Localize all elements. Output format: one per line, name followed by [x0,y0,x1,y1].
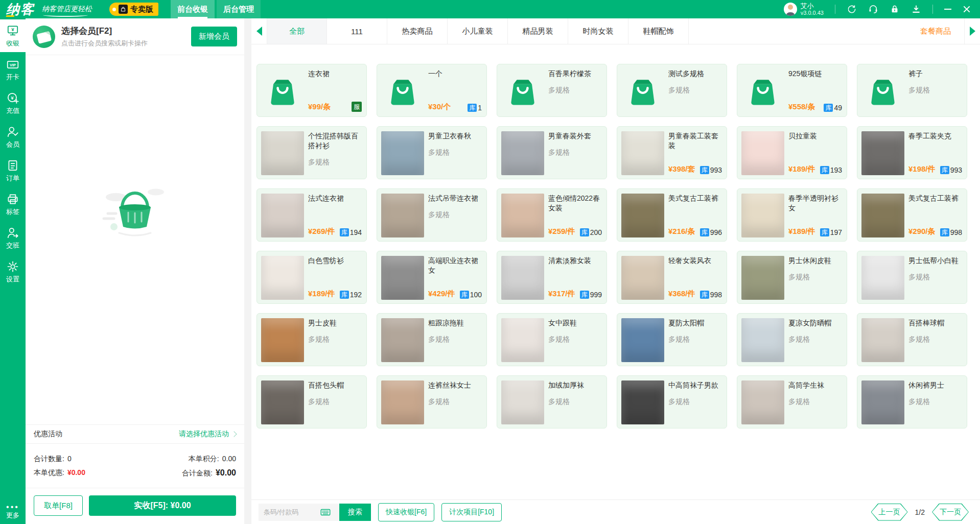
footer-bar: 搜索 快速收银[F6] 计次项目[F10] 上一页 1/2 下一页 [251,499,980,524]
scroll-categories-left-button[interactable] [251,18,267,44]
product-card[interactable]: 美式复古工装裤¥290/条库998 [857,188,967,242]
count-item-button[interactable]: 计次项目[F10] [441,503,502,521]
product-card[interactable]: 男童卫衣春秋多规格 [377,126,487,179]
page-indicator: 1/2 [915,508,925,516]
update-icon[interactable] [847,4,857,14]
product-name: 白色雪纺衫 [308,256,362,266]
category-tab-5[interactable]: 时尚女装 [568,18,628,44]
product-card[interactable]: 清素淡雅女装¥317/件库999 [497,251,607,304]
sidebar-item-member[interactable]: 会员 [0,121,26,153]
combo-products-link[interactable]: 套餐商品 [907,18,965,44]
keyboard-icon[interactable] [320,507,331,518]
category-tab-4[interactable]: 精品男装 [508,18,568,44]
sidebar-item-label[interactable]: 标签 [0,188,26,221]
product-card[interactable]: 夏防太阳帽多规格 [617,313,727,366]
barcode-input[interactable] [264,508,320,516]
category-tab-2[interactable]: 热卖商品 [387,18,448,44]
scroll-categories-right-button[interactable] [965,18,980,44]
product-card[interactable]: 百香果柠檬茶多规格 [497,64,607,117]
product-card[interactable]: 个性混搭韩版百搭衬衫多规格 [256,126,367,179]
download-icon[interactable] [911,4,921,14]
product-bag-icon [505,74,540,108]
product-name: 男士皮鞋 [308,318,362,328]
product-card[interactable]: 春季半透明衬衫女¥189/件库197 [737,188,847,242]
sidebar-item-cashier[interactable]: ¥收银 [0,19,26,52]
panel-scrollbar[interactable] [244,18,251,524]
cart-empty-area [26,55,244,424]
stock-tag-icon: 库 [340,228,349,236]
product-card[interactable]: 裤子多规格 [857,64,967,117]
product-price: ¥269/件 [308,227,335,236]
product-card[interactable]: 夏凉女防晒帽多规格 [737,313,847,366]
product-card[interactable]: 法式吊带连衣裙多规格 [377,188,487,242]
app-version: v3.0.0.43 [801,10,824,16]
product-card[interactable]: 连裤丝袜女士多规格 [377,375,487,428]
stock-tag-icon: 库 [820,228,829,236]
product-card[interactable]: 休闲裤男士多规格 [857,375,967,428]
product-card[interactable]: 女中跟鞋多规格 [497,313,607,366]
stock-tag-icon: 库 [940,166,949,174]
sidebar-item-label: 会员 [6,140,19,149]
sidebar-item-settings[interactable]: 设置 [0,255,26,288]
next-page-button[interactable]: 下一页 [932,504,969,521]
tab-front-cashier[interactable]: 前台收银 [171,0,215,18]
product-image [621,194,664,237]
sidebar-item-orders[interactable]: 订单 [0,154,26,187]
close-button[interactable] [963,5,971,13]
select-promo-link[interactable]: 请选择优惠活动 [179,430,236,439]
product-card[interactable]: 中高筒袜子男款多规格 [617,375,727,428]
product-card[interactable]: 测试多规格多规格 [617,64,727,117]
user-account[interactable]: 艾小 v3.0.0.43 [784,3,824,16]
product-card[interactable]: 男童春装工装套装¥398/套库993 [617,126,727,179]
select-member-header[interactable]: 选择会员[F2] 点击进行会员搜索或刷卡操作 新增会员 [26,18,244,55]
quick-pay-button[interactable]: 快速收银[F6] [378,503,434,521]
product-card[interactable]: 白色雪纺衫¥189/件库192 [256,251,367,304]
support-icon[interactable] [868,4,878,14]
minimize-button[interactable] [944,9,951,10]
sidebar-item-vip[interactable]: VIP开卡 [0,53,26,86]
sidebar-item-recharge[interactable]: ¥充值 [0,87,26,120]
add-member-button[interactable]: 新增会员 [191,27,237,46]
prev-page-button[interactable]: 上一页 [871,504,908,521]
product-price: ¥429/件 [428,289,455,299]
search-button[interactable]: 搜索 [339,504,371,521]
product-spec: 多规格 [548,148,602,157]
product-card[interactable]: 贝拉童装¥189/件库193 [737,126,847,179]
product-stock: 库194 [340,228,362,236]
category-tab-0[interactable]: 全部 [267,18,327,44]
product-card[interactable]: 925银项链¥558/条库49 [737,64,847,117]
product-card[interactable]: 百搭包头帽多规格 [256,375,367,428]
product-card[interactable]: 粗跟凉拖鞋多规格 [377,313,487,366]
sidebar-item-shift[interactable]: 交班 [0,222,26,254]
product-card[interactable]: 百搭棒球帽多规格 [857,313,967,366]
product-card[interactable]: 男士休闲皮鞋多规格 [737,251,847,304]
product-card[interactable]: 春季工装夹克¥198/件库993 [857,126,967,179]
product-name: 一个 [428,69,482,79]
product-name: 春季半透明衬衫女 [788,194,842,213]
stock-tag-icon: 库 [580,228,589,236]
pay-button[interactable]: 实收[F5]: ¥0.00 [89,495,236,516]
product-card[interactable]: 法式连衣裙¥269/件库194 [256,188,367,242]
product-price: ¥189/件 [788,227,815,236]
tab-back-admin[interactable]: 后台管理 [217,0,261,18]
category-tab-3[interactable]: 小儿童装 [448,18,508,44]
product-card[interactable]: 蓝色倾情2022春女装¥259/件库200 [497,188,607,242]
product-card[interactable]: 连衣裙¥99/条服 [256,64,367,117]
product-card[interactable]: 一个¥30/个库1 [377,64,487,117]
product-card[interactable]: 高筒学生袜多规格 [737,375,847,428]
hold-order-button[interactable]: 取单[F8] [34,495,83,516]
product-card[interactable]: 美式复古工装裤¥216/条库996 [617,188,727,242]
sidebar-item-more[interactable]: ••• 更多 [0,505,26,520]
product-spec: 多规格 [548,397,602,407]
product-card[interactable]: 高端职业连衣裙女¥429/件库100 [377,251,487,304]
category-tab-1[interactable]: 111 [327,18,387,44]
product-card-bottom: ¥269/件库194 [308,227,362,236]
product-card[interactable]: 男童春装外套多规格 [497,126,607,179]
product-card[interactable]: 男士皮鞋多规格 [256,313,367,366]
lock-icon[interactable] [890,4,900,14]
product-card[interactable]: 男士低帮小白鞋多规格 [857,251,967,304]
product-image [381,318,424,362]
product-card[interactable]: 加绒加厚袜多规格 [497,375,607,428]
product-card[interactable]: 轻奢女装风衣¥368/件库998 [617,251,727,304]
category-tab-6[interactable]: 鞋帽配饰 [628,18,689,44]
